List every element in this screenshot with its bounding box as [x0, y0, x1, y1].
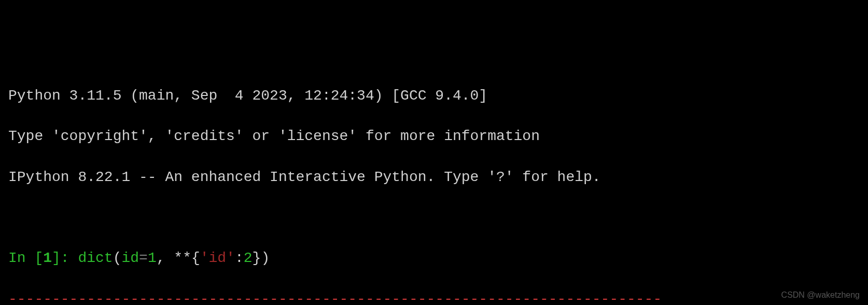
watermark: CSDN @waketzheng [781, 289, 860, 301]
in-prompt-close: ]: [52, 250, 78, 266]
in-prompt-label: In [ [8, 250, 43, 266]
in-prompt-num: 1 [43, 250, 52, 266]
blank-line [8, 207, 860, 228]
copyright-line: Type 'copyright', 'credits' or 'license'… [8, 126, 860, 146]
python-version-line: Python 3.11.5 (main, Sep 4 2023, 12:24:3… [8, 86, 860, 106]
input-prompt-line[interactable]: In [1]: dict(id=1, **{'id':2}) [8, 248, 860, 268]
dict-func: dict [78, 250, 113, 266]
separator-line: ----------------------------------------… [8, 289, 860, 305]
ipython-version-line: IPython 8.22.1 -- An enhanced Interactiv… [8, 167, 860, 187]
